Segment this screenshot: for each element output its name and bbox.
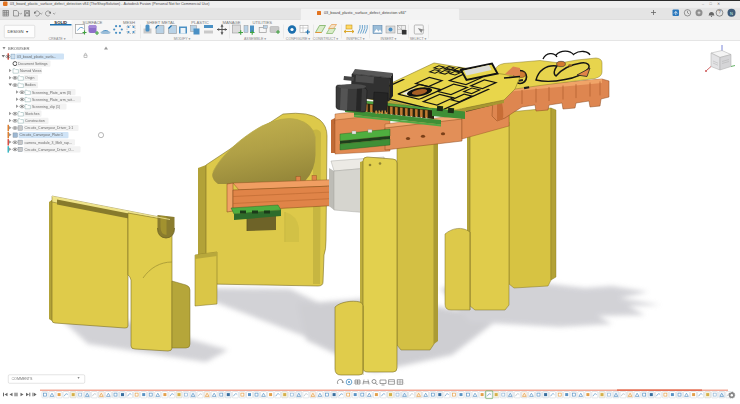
svg-text:Construction: Construction: [25, 119, 45, 123]
svg-text:camera_module_3_Melt_rap...: camera_module_3_Melt_rap...: [25, 141, 72, 145]
svg-text:Document Settings: Document Settings: [18, 62, 48, 66]
svg-text:Circuits_Conveyour_Driver_O...: Circuits_Conveyour_Driver_O...: [25, 148, 74, 152]
svg-text:Circuits_Conveyour_Driver_1:1: Circuits_Conveyour_Driver_1:1: [25, 126, 74, 130]
svg-text:Origin: Origin: [25, 76, 34, 80]
svg-text:Screening_clip (1): Screening_clip (1): [32, 105, 60, 109]
svg-text:Bodies: Bodies: [25, 83, 36, 87]
svg-text:Screening_Plate_arm_wit...: Screening_Plate_arm_wit...: [32, 98, 75, 102]
svg-text:Circuits_Conveyour_Plate:1: Circuits_Conveyour_Plate:1: [20, 133, 63, 137]
svg-text:BROWSER: BROWSER: [8, 46, 30, 51]
svg-text:Sketches: Sketches: [25, 112, 40, 116]
svg-text:Screening_Plate_arm (3): Screening_Plate_arm (3): [32, 91, 71, 95]
svg-text:03_board_plastic_surfa...: 03_board_plastic_surfa...: [17, 55, 56, 59]
svg-text:Named Views: Named Views: [20, 69, 42, 73]
